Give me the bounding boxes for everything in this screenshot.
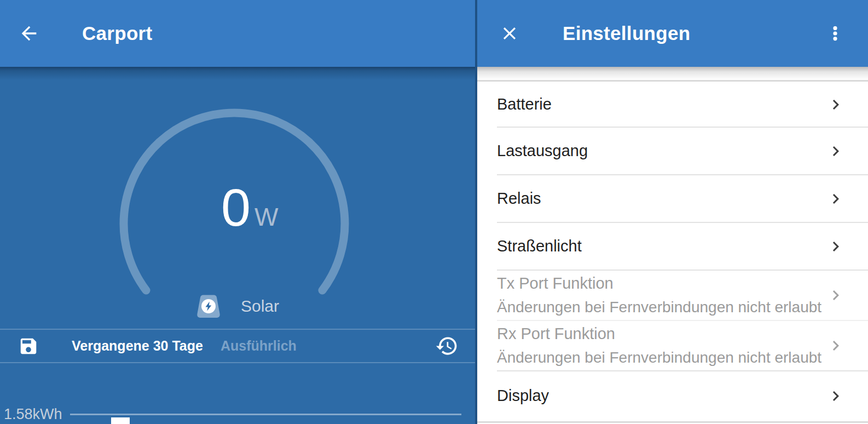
item-label: Display (497, 384, 826, 408)
list-bottom-divider (477, 421, 868, 423)
settings-item-display[interactable]: Display (477, 371, 868, 421)
settings-header-shadow (477, 67, 868, 81)
period-selector[interactable]: Vergangene 30 Tage (72, 338, 203, 354)
item-label: Straßenlicht (497, 234, 826, 258)
chart-axis-label: 1.58kWh (4, 406, 62, 423)
gauge-source-label: Solar (241, 297, 279, 316)
back-icon[interactable] (18, 22, 40, 44)
settings-item-batterie[interactable]: Batterie (477, 82, 868, 127)
item-subtitle: Änderungen bei Fernverbindungen nicht er… (497, 295, 826, 319)
item-label: Batterie (497, 93, 826, 116)
solar-panel-icon (196, 294, 221, 318)
chevron-right-icon (826, 189, 846, 209)
settings-item-rx-port: Rx Port Funktion Änderungen bei Fernverb… (477, 320, 868, 371)
page-title: Carport (82, 22, 153, 44)
item-label: Rx Port Funktion (497, 322, 826, 346)
settings-item-relais[interactable]: Relais (477, 175, 868, 222)
settings-item-strassenlicht[interactable]: Straßenlicht (477, 222, 868, 270)
settings-item-tx-port: Tx Port Funktion Änderungen bei Fernverb… (477, 270, 868, 320)
gauge-source-row: Solar (0, 294, 475, 319)
chevron-right-icon (826, 95, 846, 114)
settings-panel: Einstellungen Batterie Lastausgang Relai… (477, 0, 868, 424)
item-label: Relais (497, 187, 826, 210)
settings-list: Batterie Lastausgang Relais Straßenlicht… (477, 82, 868, 421)
chevron-right-icon (826, 237, 846, 256)
item-label: Lastausgang (497, 139, 826, 163)
item-label: Tx Port Funktion (497, 272, 826, 295)
detail-tab[interactable]: Ausführlich (221, 338, 297, 354)
chevron-right-icon (826, 386, 846, 406)
power-unit: W (254, 203, 278, 231)
chart-bar (111, 417, 130, 424)
gauge-value: 0W (221, 181, 278, 234)
device-dashboard-panel: 0W Solar Vergangene 30 Tage Ausführlich … (0, 0, 475, 424)
settings-item-lastausgang[interactable]: Lastausgang (477, 127, 868, 175)
chevron-right-icon (826, 285, 846, 305)
power-value: 0 (221, 177, 251, 237)
item-subtitle: Änderungen bei Fernverbindungen nicht er… (497, 346, 826, 369)
close-icon[interactable] (499, 23, 520, 44)
settings-header: Einstellungen (477, 0, 868, 67)
save-button[interactable] (18, 336, 39, 357)
left-header: Carport (0, 0, 475, 67)
header-shadow (0, 67, 475, 81)
history-button[interactable] (435, 334, 459, 358)
settings-title: Einstellungen (563, 22, 690, 44)
chart-gridline (70, 414, 461, 415)
chevron-right-icon (826, 141, 846, 161)
history-toolbar: Vergangene 30 Tage Ausführlich (0, 329, 475, 363)
victron-connect-app: 0W Solar Vergangene 30 Tage Ausführlich … (0, 0, 868, 424)
kebab-menu-icon[interactable] (825, 24, 845, 43)
panel-divider (475, 0, 477, 424)
chevron-right-icon (826, 336, 846, 356)
